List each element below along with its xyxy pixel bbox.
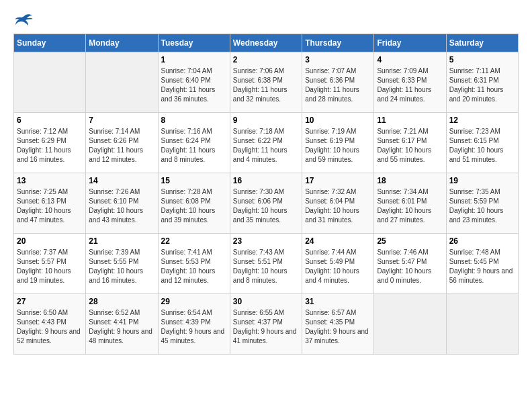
day-number: 17 [305, 176, 371, 185]
day-info: Sunrise: 7:32 AM Sunset: 6:04 PM Dayligh… [305, 187, 371, 225]
day-number: 12 [449, 116, 515, 125]
calendar-cell: 27Sunrise: 6:50 AM Sunset: 4:43 PM Dayli… [14, 294, 86, 355]
day-info: Sunrise: 7:04 AM Sunset: 6:40 PM Dayligh… [161, 66, 227, 104]
day-number: 24 [305, 236, 371, 246]
day-number: 5 [449, 55, 515, 64]
day-number: 21 [89, 236, 154, 246]
day-info: Sunrise: 7:39 AM Sunset: 5:55 PM Dayligh… [89, 248, 154, 285]
day-info: Sunrise: 7:46 AM Sunset: 5:47 PM Dayligh… [377, 248, 443, 285]
day-info: Sunrise: 7:09 AM Sunset: 6:33 PM Dayligh… [377, 66, 443, 104]
day-number: 2 [233, 55, 299, 64]
day-info: Sunrise: 7:06 AM Sunset: 6:38 PM Dayligh… [233, 66, 299, 104]
day-info: Sunrise: 7:12 AM Sunset: 6:29 PM Dayligh… [17, 127, 83, 165]
calendar-cell [14, 52, 86, 113]
weekday-header-friday: Friday [374, 34, 446, 52]
calendar-cell: 21Sunrise: 7:39 AM Sunset: 5:55 PM Dayli… [86, 234, 158, 294]
day-number: 22 [161, 236, 227, 246]
calendar-cell: 14Sunrise: 7:26 AM Sunset: 6:10 PM Dayli… [86, 173, 158, 234]
calendar-cell: 30Sunrise: 6:55 AM Sunset: 4:37 PM Dayli… [230, 294, 302, 355]
day-info: Sunrise: 6:54 AM Sunset: 4:39 PM Dayligh… [161, 308, 227, 346]
calendar-cell: 9Sunrise: 7:18 AM Sunset: 6:22 PM Daylig… [230, 113, 302, 173]
day-number: 30 [233, 297, 299, 306]
calendar-cell: 29Sunrise: 6:54 AM Sunset: 4:39 PM Dayli… [158, 294, 230, 355]
day-number: 7 [89, 116, 154, 125]
day-info: Sunrise: 7:07 AM Sunset: 6:36 PM Dayligh… [305, 66, 371, 104]
calendar-cell: 10Sunrise: 7:19 AM Sunset: 6:19 PM Dayli… [302, 113, 374, 173]
day-number: 13 [17, 176, 83, 185]
day-number: 25 [377, 236, 443, 246]
day-info: Sunrise: 6:50 AM Sunset: 4:43 PM Dayligh… [17, 308, 83, 346]
day-number: 18 [377, 176, 443, 185]
day-info: Sunrise: 7:34 AM Sunset: 6:01 PM Dayligh… [377, 187, 443, 225]
calendar-cell: 22Sunrise: 7:41 AM Sunset: 5:53 PM Dayli… [158, 234, 230, 294]
day-info: Sunrise: 6:55 AM Sunset: 4:37 PM Dayligh… [233, 308, 299, 346]
day-number: 4 [377, 55, 443, 64]
weekday-header-tuesday: Tuesday [158, 34, 230, 52]
day-number: 3 [305, 55, 371, 64]
calendar-cell: 5Sunrise: 7:11 AM Sunset: 6:31 PM Daylig… [446, 52, 518, 113]
calendar-cell: 3Sunrise: 7:07 AM Sunset: 6:36 PM Daylig… [302, 52, 374, 113]
calendar-cell: 18Sunrise: 7:34 AM Sunset: 6:01 PM Dayli… [374, 173, 446, 234]
day-number: 10 [305, 116, 371, 125]
logo-bird-icon [15, 13, 34, 27]
day-number: 27 [17, 297, 83, 306]
calendar-cell: 31Sunrise: 6:57 AM Sunset: 4:35 PM Dayli… [302, 294, 374, 355]
day-info: Sunrise: 7:35 AM Sunset: 5:59 PM Dayligh… [449, 187, 515, 225]
day-number: 29 [161, 297, 227, 306]
day-info: Sunrise: 7:19 AM Sunset: 6:19 PM Dayligh… [305, 127, 371, 165]
calendar-cell: 15Sunrise: 7:28 AM Sunset: 6:08 PM Dayli… [158, 173, 230, 234]
calendar-cell [86, 52, 158, 113]
calendar-week-row: 1Sunrise: 7:04 AM Sunset: 6:40 PM Daylig… [14, 52, 519, 113]
weekday-header-row: SundayMondayTuesdayWednesdayThursdayFrid… [14, 34, 519, 52]
calendar-cell: 4Sunrise: 7:09 AM Sunset: 6:33 PM Daylig… [374, 52, 446, 113]
day-info: Sunrise: 7:21 AM Sunset: 6:17 PM Dayligh… [377, 127, 443, 165]
day-number: 6 [17, 116, 83, 125]
day-number: 11 [377, 116, 443, 125]
day-number: 14 [89, 176, 154, 185]
calendar-cell: 17Sunrise: 7:32 AM Sunset: 6:04 PM Dayli… [302, 173, 374, 234]
day-info: Sunrise: 7:23 AM Sunset: 6:15 PM Dayligh… [449, 127, 515, 165]
calendar-cell: 7Sunrise: 7:14 AM Sunset: 6:26 PM Daylig… [86, 113, 158, 173]
calendar-week-row: 6Sunrise: 7:12 AM Sunset: 6:29 PM Daylig… [14, 113, 519, 173]
day-info: Sunrise: 7:25 AM Sunset: 6:13 PM Dayligh… [17, 187, 83, 225]
calendar-cell [374, 294, 446, 355]
day-info: Sunrise: 7:43 AM Sunset: 5:51 PM Dayligh… [233, 248, 299, 285]
calendar-cell: 25Sunrise: 7:46 AM Sunset: 5:47 PM Dayli… [374, 234, 446, 294]
calendar-cell: 23Sunrise: 7:43 AM Sunset: 5:51 PM Dayli… [230, 234, 302, 294]
weekday-header-saturday: Saturday [446, 34, 518, 52]
calendar-week-row: 20Sunrise: 7:37 AM Sunset: 5:57 PM Dayli… [14, 234, 519, 294]
day-number: 15 [161, 176, 227, 185]
calendar-cell: 11Sunrise: 7:21 AM Sunset: 6:17 PM Dayli… [374, 113, 446, 173]
day-number: 31 [305, 297, 371, 306]
day-info: Sunrise: 7:41 AM Sunset: 5:53 PM Dayligh… [161, 248, 227, 285]
day-number: 16 [233, 176, 299, 185]
calendar-cell: 24Sunrise: 7:44 AM Sunset: 5:49 PM Dayli… [302, 234, 374, 294]
calendar-week-row: 27Sunrise: 6:50 AM Sunset: 4:43 PM Dayli… [14, 294, 519, 355]
day-info: Sunrise: 7:44 AM Sunset: 5:49 PM Dayligh… [305, 248, 371, 285]
day-info: Sunrise: 7:14 AM Sunset: 6:26 PM Dayligh… [89, 127, 154, 165]
day-info: Sunrise: 6:52 AM Sunset: 4:41 PM Dayligh… [89, 308, 154, 346]
calendar-cell: 16Sunrise: 7:30 AM Sunset: 6:06 PM Dayli… [230, 173, 302, 234]
weekday-header-wednesday: Wednesday [230, 34, 302, 52]
calendar-week-row: 13Sunrise: 7:25 AM Sunset: 6:13 PM Dayli… [14, 173, 519, 234]
calendar-cell: 12Sunrise: 7:23 AM Sunset: 6:15 PM Dayli… [446, 113, 518, 173]
day-number: 26 [449, 236, 515, 246]
day-number: 23 [233, 236, 299, 246]
day-info: Sunrise: 7:16 AM Sunset: 6:24 PM Dayligh… [161, 127, 227, 165]
day-info: Sunrise: 6:57 AM Sunset: 4:35 PM Dayligh… [305, 308, 371, 346]
day-number: 20 [17, 236, 83, 246]
calendar-cell: 26Sunrise: 7:48 AM Sunset: 5:45 PM Dayli… [446, 234, 518, 294]
day-number: 9 [233, 116, 299, 125]
calendar-cell: 13Sunrise: 7:25 AM Sunset: 6:13 PM Dayli… [14, 173, 86, 234]
calendar-table: SundayMondayTuesdayWednesdayThursdayFrid… [13, 34, 519, 355]
logo [13, 13, 34, 27]
calendar-cell: 19Sunrise: 7:35 AM Sunset: 5:59 PM Dayli… [446, 173, 518, 234]
weekday-header-thursday: Thursday [302, 34, 374, 52]
day-info: Sunrise: 7:26 AM Sunset: 6:10 PM Dayligh… [89, 187, 154, 225]
day-number: 8 [161, 116, 227, 125]
calendar-cell: 8Sunrise: 7:16 AM Sunset: 6:24 PM Daylig… [158, 113, 230, 173]
day-info: Sunrise: 7:28 AM Sunset: 6:08 PM Dayligh… [161, 187, 227, 225]
weekday-header-monday: Monday [86, 34, 158, 52]
day-info: Sunrise: 7:48 AM Sunset: 5:45 PM Dayligh… [449, 248, 515, 285]
page-header [13, 13, 519, 27]
